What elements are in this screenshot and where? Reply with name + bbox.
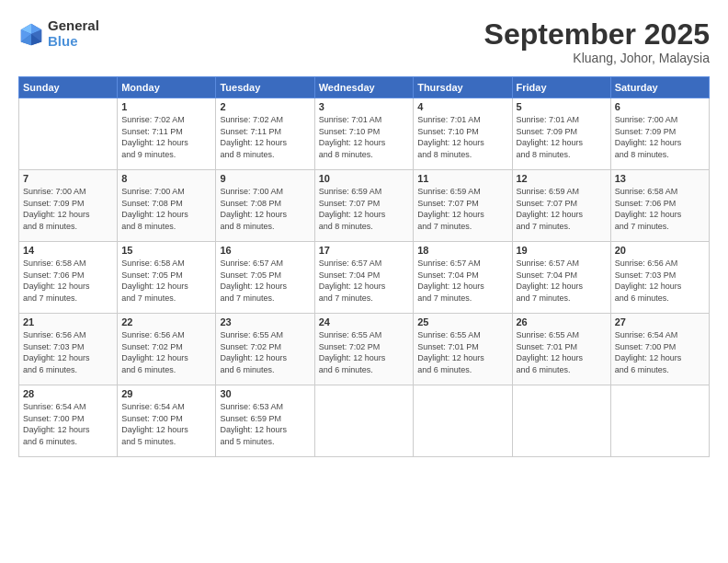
table-row: 13Sunrise: 6:58 AM Sunset: 7:06 PM Dayli…: [610, 170, 709, 242]
day-info: Sunrise: 6:57 AM Sunset: 7:05 PM Dayligh…: [220, 258, 310, 304]
day-number: 7: [23, 173, 113, 184]
day-info: Sunrise: 7:01 AM Sunset: 7:09 PM Dayligh…: [517, 114, 607, 160]
day-number: 2: [220, 101, 310, 112]
day-number: 15: [121, 245, 211, 256]
logo-text: General Blue: [48, 18, 99, 49]
header: General Blue September 2025 Kluang, Joho…: [18, 18, 710, 65]
day-number: 8: [121, 173, 211, 184]
day-number: 6: [615, 101, 705, 112]
table-row: 17Sunrise: 6:57 AM Sunset: 7:04 PM Dayli…: [314, 242, 413, 314]
col-tuesday: Tuesday: [216, 77, 314, 98]
day-number: 30: [220, 388, 310, 399]
day-info: Sunrise: 7:01 AM Sunset: 7:10 PM Dayligh…: [319, 114, 409, 160]
table-row: 30Sunrise: 6:53 AM Sunset: 6:59 PM Dayli…: [216, 385, 314, 457]
calendar-week-row: 1Sunrise: 7:02 AM Sunset: 7:11 PM Daylig…: [19, 98, 710, 170]
logo-line1: General: [48, 18, 99, 34]
table-row: 14Sunrise: 6:58 AM Sunset: 7:06 PM Dayli…: [19, 242, 118, 314]
day-number: 9: [220, 173, 310, 184]
table-row: 22Sunrise: 6:56 AM Sunset: 7:02 PM Dayli…: [118, 314, 216, 385]
day-number: 16: [220, 245, 310, 256]
day-number: 17: [319, 245, 409, 256]
day-number: 19: [517, 245, 607, 256]
table-row: 5Sunrise: 7:01 AM Sunset: 7:09 PM Daylig…: [512, 98, 610, 170]
table-row: 29Sunrise: 6:54 AM Sunset: 7:00 PM Dayli…: [118, 385, 216, 457]
day-number: 20: [615, 245, 705, 256]
day-number: 29: [121, 388, 211, 399]
table-row: 4Sunrise: 7:01 AM Sunset: 7:10 PM Daylig…: [414, 98, 512, 170]
day-info: Sunrise: 6:54 AM Sunset: 7:00 PM Dayligh…: [23, 401, 113, 447]
day-number: 23: [220, 316, 310, 327]
day-number: 26: [517, 316, 607, 327]
day-number: 22: [121, 316, 211, 327]
table-row: [314, 385, 413, 457]
table-row: [610, 385, 709, 457]
day-info: Sunrise: 7:02 AM Sunset: 7:11 PM Dayligh…: [220, 114, 310, 160]
day-info: Sunrise: 7:00 AM Sunset: 7:08 PM Dayligh…: [121, 186, 211, 232]
day-info: Sunrise: 6:57 AM Sunset: 7:04 PM Dayligh…: [417, 258, 507, 304]
day-info: Sunrise: 6:56 AM Sunset: 7:03 PM Dayligh…: [23, 329, 113, 375]
table-row: 23Sunrise: 6:55 AM Sunset: 7:02 PM Dayli…: [216, 314, 314, 385]
title-block: September 2025 Kluang, Johor, Malaysia: [484, 18, 710, 65]
page: General Blue September 2025 Kluang, Joho…: [0, 0, 728, 563]
table-row: 8Sunrise: 7:00 AM Sunset: 7:08 PM Daylig…: [118, 170, 216, 242]
day-number: 5: [517, 101, 607, 112]
table-row: [414, 385, 512, 457]
col-wednesday: Wednesday: [314, 77, 413, 98]
table-row: 6Sunrise: 7:00 AM Sunset: 7:09 PM Daylig…: [610, 98, 709, 170]
logo: General Blue: [18, 18, 99, 49]
day-number: 12: [517, 173, 607, 184]
table-row: 11Sunrise: 6:59 AM Sunset: 7:07 PM Dayli…: [414, 170, 512, 242]
calendar-week-row: 28Sunrise: 6:54 AM Sunset: 7:00 PM Dayli…: [19, 385, 710, 457]
day-info: Sunrise: 7:00 AM Sunset: 7:09 PM Dayligh…: [23, 186, 113, 232]
day-info: Sunrise: 6:54 AM Sunset: 7:00 PM Dayligh…: [121, 401, 211, 447]
day-info: Sunrise: 6:59 AM Sunset: 7:07 PM Dayligh…: [517, 186, 607, 232]
day-number: 1: [121, 101, 211, 112]
day-info: Sunrise: 6:57 AM Sunset: 7:04 PM Dayligh…: [319, 258, 409, 304]
table-row: 16Sunrise: 6:57 AM Sunset: 7:05 PM Dayli…: [216, 242, 314, 314]
day-number: 3: [319, 101, 409, 112]
calendar-week-row: 7Sunrise: 7:00 AM Sunset: 7:09 PM Daylig…: [19, 170, 710, 242]
day-info: Sunrise: 6:55 AM Sunset: 7:01 PM Dayligh…: [517, 329, 607, 375]
day-info: Sunrise: 7:02 AM Sunset: 7:11 PM Dayligh…: [121, 114, 211, 160]
day-number: 18: [417, 245, 507, 256]
table-row: 27Sunrise: 6:54 AM Sunset: 7:00 PM Dayli…: [610, 314, 709, 385]
month-title: September 2025: [484, 18, 710, 51]
table-row: 24Sunrise: 6:55 AM Sunset: 7:02 PM Dayli…: [314, 314, 413, 385]
day-info: Sunrise: 6:58 AM Sunset: 7:05 PM Dayligh…: [121, 258, 211, 304]
logo-icon: [18, 21, 44, 47]
day-number: 25: [417, 316, 507, 327]
col-friday: Friday: [512, 77, 610, 98]
table-row: 15Sunrise: 6:58 AM Sunset: 7:05 PM Dayli…: [118, 242, 216, 314]
table-row: 1Sunrise: 7:02 AM Sunset: 7:11 PM Daylig…: [118, 98, 216, 170]
day-info: Sunrise: 6:59 AM Sunset: 7:07 PM Dayligh…: [319, 186, 409, 232]
day-info: Sunrise: 7:01 AM Sunset: 7:10 PM Dayligh…: [417, 114, 507, 160]
day-number: 13: [615, 173, 705, 184]
day-number: 28: [23, 388, 113, 399]
table-row: 19Sunrise: 6:57 AM Sunset: 7:04 PM Dayli…: [512, 242, 610, 314]
day-info: Sunrise: 6:55 AM Sunset: 7:01 PM Dayligh…: [417, 329, 507, 375]
day-info: Sunrise: 7:00 AM Sunset: 7:09 PM Dayligh…: [615, 114, 705, 160]
table-row: [512, 385, 610, 457]
day-number: 10: [319, 173, 409, 184]
day-number: 14: [23, 245, 113, 256]
calendar-header-row: Sunday Monday Tuesday Wednesday Thursday…: [19, 77, 710, 98]
day-number: 4: [417, 101, 507, 112]
table-row: 26Sunrise: 6:55 AM Sunset: 7:01 PM Dayli…: [512, 314, 610, 385]
day-info: Sunrise: 7:00 AM Sunset: 7:08 PM Dayligh…: [220, 186, 310, 232]
day-info: Sunrise: 6:59 AM Sunset: 7:07 PM Dayligh…: [417, 186, 507, 232]
day-info: Sunrise: 6:54 AM Sunset: 7:00 PM Dayligh…: [615, 329, 705, 375]
table-row: 12Sunrise: 6:59 AM Sunset: 7:07 PM Dayli…: [512, 170, 610, 242]
calendar-week-row: 21Sunrise: 6:56 AM Sunset: 7:03 PM Dayli…: [19, 314, 710, 385]
day-info: Sunrise: 6:55 AM Sunset: 7:02 PM Dayligh…: [319, 329, 409, 375]
table-row: 10Sunrise: 6:59 AM Sunset: 7:07 PM Dayli…: [314, 170, 413, 242]
table-row: 18Sunrise: 6:57 AM Sunset: 7:04 PM Dayli…: [414, 242, 512, 314]
day-info: Sunrise: 6:53 AM Sunset: 6:59 PM Dayligh…: [220, 401, 310, 447]
day-info: Sunrise: 6:55 AM Sunset: 7:02 PM Dayligh…: [220, 329, 310, 375]
day-info: Sunrise: 6:58 AM Sunset: 7:06 PM Dayligh…: [23, 258, 113, 304]
day-info: Sunrise: 6:57 AM Sunset: 7:04 PM Dayligh…: [517, 258, 607, 304]
table-row: 3Sunrise: 7:01 AM Sunset: 7:10 PM Daylig…: [314, 98, 413, 170]
table-row: 20Sunrise: 6:56 AM Sunset: 7:03 PM Dayli…: [610, 242, 709, 314]
day-number: 27: [615, 316, 705, 327]
day-info: Sunrise: 6:58 AM Sunset: 7:06 PM Dayligh…: [615, 186, 705, 232]
day-info: Sunrise: 6:56 AM Sunset: 7:02 PM Dayligh…: [121, 329, 211, 375]
